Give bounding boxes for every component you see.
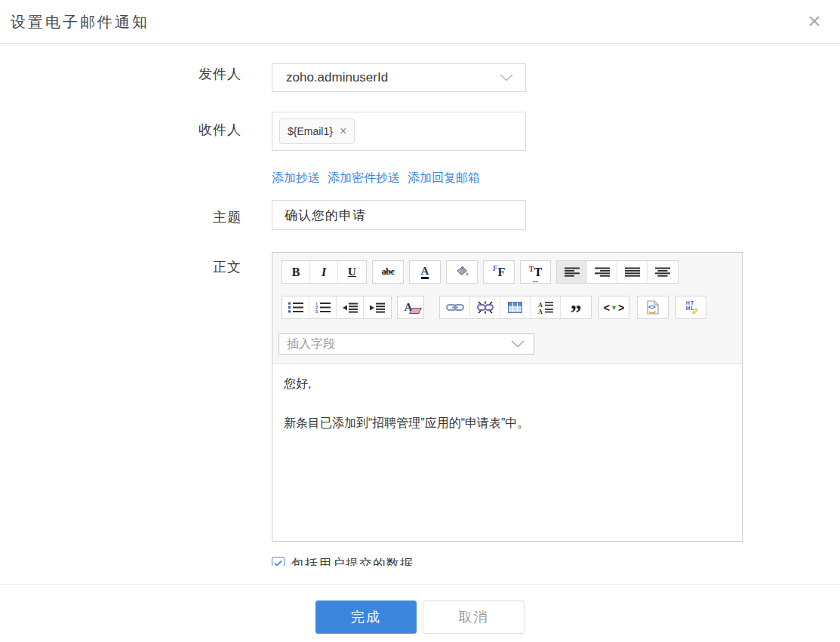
bullet-list-icon xyxy=(288,302,303,313)
blockquote-button[interactable]: ” xyxy=(561,296,591,318)
italic-icon: I xyxy=(322,266,326,279)
svg-text:A: A xyxy=(538,302,543,309)
strikethrough-icon: abc xyxy=(382,266,395,278)
numbered-list-icon: 123 xyxy=(315,302,331,313)
subject-input[interactable]: 确认您的申请 xyxy=(272,200,526,230)
edit-html-button[interactable]: HT ML ✎ xyxy=(675,296,706,319)
view-source-button[interactable]: <> xyxy=(637,296,669,319)
include-data-label: 包括用户提交的数据 xyxy=(291,557,414,566)
font-size-icon: T xyxy=(529,265,534,273)
rich-text-editor: B I U abc A FF xyxy=(272,252,743,542)
font-family-icon: F xyxy=(493,264,498,272)
increase-indent-icon xyxy=(370,303,385,313)
editor-body[interactable]: 您好, 新条目已添加到“招聘管理”应用的“申请表”中。 xyxy=(272,364,742,541)
font-size-button[interactable]: TT ↔ xyxy=(520,260,551,284)
insert-code-button[interactable]: <▼> xyxy=(598,296,629,319)
recipient-links-row: 添加抄送 添加密件抄送 添加回复邮箱 xyxy=(272,170,488,186)
link-icon xyxy=(446,303,464,312)
bold-icon: B xyxy=(292,266,300,279)
bold-button[interactable]: B xyxy=(282,261,310,283)
align-left-button[interactable] xyxy=(557,261,587,283)
editor-toolbar: B I U abc A FF xyxy=(272,253,742,364)
text-style-group: B I U xyxy=(282,260,367,284)
chevron-down-icon xyxy=(500,74,513,81)
line-spacing-button[interactable]: AA xyxy=(531,296,561,318)
paint-bucket-icon xyxy=(454,266,469,278)
body-label: 正文 xyxy=(91,258,242,276)
align-center-icon xyxy=(655,267,670,277)
remove-link-button[interactable] xyxy=(470,296,500,318)
align-left-icon xyxy=(565,267,580,277)
dialog-header: 设置电子邮件通知 × xyxy=(0,0,840,44)
include-data-checkbox[interactable] xyxy=(272,557,285,566)
font-color-button[interactable]: A xyxy=(409,260,441,284)
alignment-group xyxy=(556,260,678,284)
footer-divider xyxy=(0,584,840,585)
insert-group: AA ” xyxy=(439,296,592,319)
add-cc-link[interactable]: 添加抄送 xyxy=(272,170,320,186)
unlink-icon xyxy=(475,301,495,314)
font-color-icon: A xyxy=(421,266,429,279)
align-center-button[interactable] xyxy=(648,261,678,283)
italic-button[interactable]: I xyxy=(310,261,338,283)
size-arrow-icon: ↔ xyxy=(521,276,550,284)
dialog-title: 设置电子邮件通知 xyxy=(11,12,149,32)
list-indent-group: 123 xyxy=(282,296,392,319)
add-reply-to-link[interactable]: 添加回复邮箱 xyxy=(408,170,480,186)
dialog-content: 发件人 zoho.adminuserId 收件人 ${Email1} × 添加抄… xyxy=(0,44,840,566)
svg-text:A: A xyxy=(538,309,543,315)
email-notification-dialog: 设置电子邮件通知 × 发件人 zoho.adminuserId 收件人 ${Em… xyxy=(0,0,840,642)
insert-field-select[interactable]: 插入字段 xyxy=(278,333,534,355)
insert-table-button[interactable] xyxy=(500,296,531,318)
sender-label: 发件人 xyxy=(91,65,242,83)
remove-tag-icon[interactable]: × xyxy=(340,125,346,137)
table-icon xyxy=(508,302,522,313)
close-icon[interactable]: × xyxy=(801,8,828,35)
chevron-down-icon xyxy=(511,340,525,348)
svg-text:3: 3 xyxy=(315,309,318,313)
remove-format-button[interactable]: A xyxy=(397,296,424,319)
underline-button[interactable]: U xyxy=(338,261,366,283)
sender-value: zoho.adminuserId xyxy=(272,70,500,85)
strikethrough-button[interactable]: abc xyxy=(372,260,404,284)
code-icon: <▼> xyxy=(604,302,624,314)
recipient-tag: ${Email1} × xyxy=(279,118,355,144)
align-right-icon xyxy=(595,267,610,277)
decrease-indent-icon xyxy=(343,303,358,313)
done-button[interactable]: 完成 xyxy=(315,601,417,634)
add-bcc-link[interactable]: 添加密件抄送 xyxy=(328,170,400,186)
insert-link-button[interactable] xyxy=(440,296,470,318)
underline-icon: U xyxy=(348,266,356,278)
align-justify-icon xyxy=(625,267,640,277)
source-page-icon: <> xyxy=(647,300,659,315)
toolbar-row-2: 123 A xyxy=(282,296,706,319)
align-justify-button[interactable] xyxy=(617,261,648,283)
background-color-button[interactable] xyxy=(446,260,478,284)
quote-icon: ” xyxy=(571,309,582,316)
checkmark-icon xyxy=(274,560,282,566)
font-family-button[interactable]: FF xyxy=(483,260,515,284)
html-icon: HT ML ✎ xyxy=(684,300,699,315)
decrease-indent-button[interactable] xyxy=(337,296,364,318)
recipient-field[interactable]: ${Email1} × xyxy=(272,112,526,151)
recipient-label: 收件人 xyxy=(91,121,242,139)
increase-indent-button[interactable] xyxy=(364,296,391,318)
insert-field-placeholder: 插入字段 xyxy=(279,336,511,352)
body-line: 新条目已添加到“招聘管理”应用的“申请表”中。 xyxy=(284,416,731,432)
recipient-tag-value: ${Email1} xyxy=(288,125,333,137)
pencil-icon: ✎ xyxy=(691,308,698,316)
align-right-button[interactable] xyxy=(587,261,617,283)
green-arrow-icon: ▼ xyxy=(611,304,617,312)
include-data-row: 包括用户提交的数据 xyxy=(272,557,414,566)
body-line: 您好, xyxy=(284,376,731,392)
sender-select[interactable]: zoho.adminuserId xyxy=(272,63,526,92)
bullet-list-button[interactable] xyxy=(282,296,309,318)
numbered-list-button[interactable]: 123 xyxy=(309,296,337,318)
cancel-button[interactable]: 取消 xyxy=(423,601,525,634)
eraser-icon xyxy=(409,308,422,314)
subject-label: 主题 xyxy=(91,208,242,226)
line-spacing-icon: AA xyxy=(538,301,553,314)
toolbar-row-1: B I U abc A FF xyxy=(282,260,678,284)
